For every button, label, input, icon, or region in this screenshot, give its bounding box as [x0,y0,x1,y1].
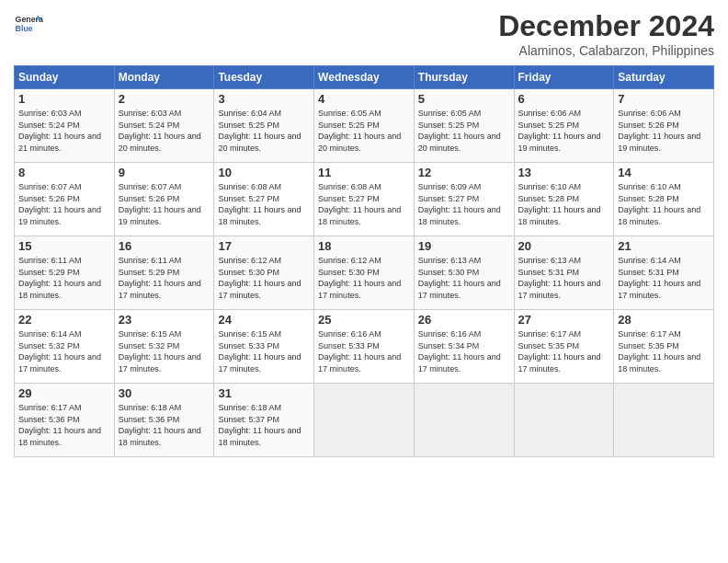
day-number: 7 [618,92,710,106]
day-info: Sunrise: 6:10 AMSunset: 5:28 PMDaylight:… [618,181,710,227]
day-info: Sunrise: 6:15 AMSunset: 5:33 PMDaylight:… [218,328,310,374]
day-number: 20 [518,239,610,253]
calendar-week-1: 1Sunrise: 6:03 AMSunset: 5:24 PMDaylight… [15,89,714,163]
day-number: 25 [318,313,410,327]
day-info: Sunrise: 6:17 AMSunset: 5:35 PMDaylight:… [618,328,710,374]
day-number: 15 [18,239,110,253]
calendar-cell: 26Sunrise: 6:16 AMSunset: 5:34 PMDayligh… [414,310,514,384]
day-info: Sunrise: 6:04 AMSunset: 5:25 PMDaylight:… [218,108,310,154]
day-info: Sunrise: 6:05 AMSunset: 5:25 PMDaylight:… [318,108,410,154]
day-info: Sunrise: 6:06 AMSunset: 5:25 PMDaylight:… [518,108,610,154]
day-info: Sunrise: 6:15 AMSunset: 5:32 PMDaylight:… [119,328,210,374]
day-info: Sunrise: 6:13 AMSunset: 5:30 PMDaylight:… [418,255,510,301]
day-info: Sunrise: 6:12 AMSunset: 5:30 PMDaylight:… [318,255,410,301]
location-title: Alaminos, Calabarzon, Philippines [498,43,714,58]
calendar-header-row: SundayMondayTuesdayWednesdayThursdayFrid… [15,66,714,89]
header: General Blue December 2024 Alaminos, Cal… [14,9,714,58]
calendar-cell: 28Sunrise: 6:17 AMSunset: 5:35 PMDayligh… [614,310,714,384]
logo-icon: General Blue [14,9,43,39]
day-info: Sunrise: 6:09 AMSunset: 5:27 PMDaylight:… [418,181,510,227]
column-header-friday: Friday [514,66,614,89]
calendar-cell: 13Sunrise: 6:10 AMSunset: 5:28 PMDayligh… [514,163,614,236]
day-info: Sunrise: 6:08 AMSunset: 5:27 PMDaylight:… [218,181,310,227]
calendar-cell: 23Sunrise: 6:15 AMSunset: 5:32 PMDayligh… [114,310,214,384]
calendar-cell: 22Sunrise: 6:14 AMSunset: 5:32 PMDayligh… [15,310,115,384]
calendar-cell: 4Sunrise: 6:05 AMSunset: 5:25 PMDaylight… [314,89,415,163]
day-info: Sunrise: 6:13 AMSunset: 5:31 PMDaylight:… [518,255,610,301]
calendar-cell: 21Sunrise: 6:14 AMSunset: 5:31 PMDayligh… [614,236,714,310]
calendar-cell: 30Sunrise: 6:18 AMSunset: 5:36 PMDayligh… [114,384,214,457]
day-info: Sunrise: 6:10 AMSunset: 5:28 PMDaylight:… [518,181,610,227]
day-number: 26 [418,313,510,327]
column-header-saturday: Saturday [614,66,714,89]
day-info: Sunrise: 6:18 AMSunset: 5:37 PMDaylight:… [218,402,310,448]
day-info: Sunrise: 6:18 AMSunset: 5:36 PMDaylight:… [119,402,210,448]
day-number: 12 [418,166,510,179]
calendar-cell: 15Sunrise: 6:11 AMSunset: 5:29 PMDayligh… [15,236,115,310]
day-number: 3 [218,92,310,106]
day-info: Sunrise: 6:06 AMSunset: 5:26 PMDaylight:… [618,108,710,154]
day-info: Sunrise: 6:12 AMSunset: 5:30 PMDaylight:… [218,255,310,301]
calendar-cell: 25Sunrise: 6:16 AMSunset: 5:33 PMDayligh… [314,310,415,384]
month-title: December 2024 [498,9,714,43]
day-number: 17 [218,239,310,253]
day-number: 2 [119,92,210,106]
calendar-week-3: 15Sunrise: 6:11 AMSunset: 5:29 PMDayligh… [15,236,714,310]
calendar-cell: 6Sunrise: 6:06 AMSunset: 5:25 PMDaylight… [514,89,614,163]
calendar-cell [614,384,714,457]
day-number: 1 [18,92,110,106]
calendar-cell: 7Sunrise: 6:06 AMSunset: 5:26 PMDaylight… [614,89,714,163]
day-number: 19 [418,239,510,253]
day-number: 9 [119,166,210,179]
calendar-week-5: 29Sunrise: 6:17 AMSunset: 5:36 PMDayligh… [15,384,714,457]
calendar-cell [514,384,614,457]
calendar-cell: 19Sunrise: 6:13 AMSunset: 5:30 PMDayligh… [414,236,514,310]
title-area: December 2024 Alaminos, Calabarzon, Phil… [498,9,714,58]
calendar-cell: 1Sunrise: 6:03 AMSunset: 5:24 PMDaylight… [15,89,115,163]
calendar-cell: 16Sunrise: 6:11 AMSunset: 5:29 PMDayligh… [114,236,214,310]
calendar-cell: 11Sunrise: 6:08 AMSunset: 5:27 PMDayligh… [314,163,415,236]
day-number: 29 [18,386,110,400]
calendar-week-2: 8Sunrise: 6:07 AMSunset: 5:26 PMDaylight… [15,163,714,236]
day-info: Sunrise: 6:16 AMSunset: 5:33 PMDaylight:… [318,328,410,374]
day-info: Sunrise: 6:07 AMSunset: 5:26 PMDaylight:… [119,181,210,227]
day-info: Sunrise: 6:17 AMSunset: 5:36 PMDaylight:… [18,402,110,448]
day-number: 31 [218,386,310,400]
day-number: 8 [18,166,110,179]
day-number: 23 [119,313,210,327]
day-info: Sunrise: 6:05 AMSunset: 5:25 PMDaylight:… [418,108,510,154]
calendar-cell: 12Sunrise: 6:09 AMSunset: 5:27 PMDayligh… [414,163,514,236]
day-number: 27 [518,313,610,327]
day-number: 24 [218,313,310,327]
calendar-cell [414,384,514,457]
calendar-cell [314,384,415,457]
calendar-cell: 14Sunrise: 6:10 AMSunset: 5:28 PMDayligh… [614,163,714,236]
day-number: 5 [418,92,510,106]
day-info: Sunrise: 6:03 AMSunset: 5:24 PMDaylight:… [18,108,110,154]
day-number: 18 [318,239,410,253]
column-header-sunday: Sunday [15,66,115,89]
day-number: 10 [218,166,310,179]
day-number: 21 [618,239,710,253]
calendar-cell: 31Sunrise: 6:18 AMSunset: 5:37 PMDayligh… [214,384,314,457]
day-number: 22 [18,313,110,327]
day-number: 30 [119,386,210,400]
calendar-cell: 17Sunrise: 6:12 AMSunset: 5:30 PMDayligh… [214,236,314,310]
day-info: Sunrise: 6:14 AMSunset: 5:31 PMDaylight:… [618,255,710,301]
day-number: 14 [618,166,710,179]
day-info: Sunrise: 6:08 AMSunset: 5:27 PMDaylight:… [318,181,410,227]
calendar-cell: 20Sunrise: 6:13 AMSunset: 5:31 PMDayligh… [514,236,614,310]
calendar-cell: 9Sunrise: 6:07 AMSunset: 5:26 PMDaylight… [114,163,214,236]
day-number: 4 [318,92,410,106]
column-header-tuesday: Tuesday [214,66,314,89]
day-number: 6 [518,92,610,106]
day-info: Sunrise: 6:14 AMSunset: 5:32 PMDaylight:… [18,328,110,374]
day-number: 16 [119,239,210,253]
column-header-monday: Monday [114,66,214,89]
logo: General Blue [14,9,43,39]
calendar-cell: 29Sunrise: 6:17 AMSunset: 5:36 PMDayligh… [15,384,115,457]
calendar-cell: 5Sunrise: 6:05 AMSunset: 5:25 PMDaylight… [414,89,514,163]
svg-text:Blue: Blue [16,24,33,33]
day-number: 11 [318,166,410,179]
calendar-cell: 8Sunrise: 6:07 AMSunset: 5:26 PMDaylight… [15,163,115,236]
